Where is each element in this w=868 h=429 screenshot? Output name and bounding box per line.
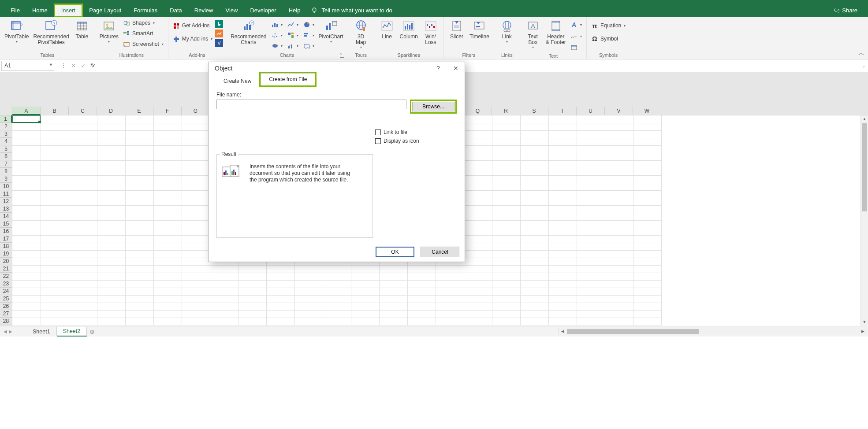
row-header-17[interactable]: 17 [0, 235, 12, 243]
symbol-button[interactable]: ΩSymbol [589, 34, 627, 44]
screenshot-button[interactable]: Screenshot▾ [121, 39, 165, 49]
row-header-15[interactable]: 15 [0, 220, 12, 228]
dialog-help-button[interactable]: ? [429, 65, 447, 72]
wordart-button[interactable]: A▾ [569, 20, 584, 30]
column-header-V[interactable]: V [605, 107, 633, 115]
row-header-12[interactable]: 12 [0, 198, 12, 205]
my-addins-button[interactable]: My Add-ins▾ [171, 34, 214, 44]
expand-formula-bar-button[interactable]: ⌄ [859, 63, 868, 68]
scatter-chart-button[interactable]: ▾ [269, 30, 284, 40]
row-header-2[interactable]: 2 [0, 123, 12, 130]
pivotchart-button[interactable]: PivotChart ▾ [317, 18, 345, 52]
tab-home[interactable]: Home [26, 4, 54, 17]
row-header-1[interactable]: 1 [0, 115, 12, 123]
sparkline-column-button[interactable]: Column [398, 18, 420, 52]
row-header-4[interactable]: 4 [0, 138, 12, 145]
hierarchy-chart-button[interactable]: ▾ [285, 30, 300, 40]
visio-icon[interactable]: V [215, 39, 223, 47]
sheet-tab-sheet2[interactable]: Sheet2 [57, 327, 87, 337]
recommended-charts-button[interactable]: ? Recommended Charts [229, 18, 268, 52]
text-box-button[interactable]: AText Box▾ [523, 18, 543, 52]
scroll-thumb[interactable] [567, 329, 699, 334]
column-header-B[interactable]: B [41, 107, 69, 115]
row-header-22[interactable]: 22 [0, 273, 12, 280]
row-header-26[interactable]: 26 [0, 303, 12, 310]
dialog-close-button[interactable]: ✕ [447, 65, 465, 72]
browse-button[interactable]: Browse... [412, 102, 454, 111]
tab-review[interactable]: Review [188, 4, 220, 17]
column-header-F[interactable]: F [153, 107, 182, 115]
tab-developer[interactable]: Developer [244, 4, 282, 17]
scroll-down-icon[interactable]: ▼ [861, 318, 868, 326]
combo-chart-button[interactable]: ▾ [285, 41, 300, 51]
recommended-pivottables-button[interactable]: ? Recommended PivotTables [31, 18, 71, 52]
row-header-8[interactable]: 8 [0, 168, 12, 175]
column-header-E[interactable]: E [125, 107, 153, 115]
row-header-6[interactable]: 6 [0, 153, 12, 160]
smartart-button[interactable]: SmartArt [121, 29, 165, 38]
row-header-7[interactable]: 7 [0, 160, 12, 168]
sheet-prev-icon[interactable]: ◀ [4, 329, 7, 334]
timeline-button[interactable]: Timeline [468, 18, 491, 52]
ok-button[interactable]: OK [376, 247, 414, 257]
new-sheet-button[interactable]: ⊕ [87, 328, 97, 335]
slicer-button[interactable]: Slicer [447, 18, 467, 52]
dialog-tab-create-from-file[interactable]: Create from File [261, 73, 315, 85]
object-button[interactable] [569, 43, 584, 52]
row-header-3[interactable]: 3 [0, 130, 12, 138]
tab-insert[interactable]: Insert [54, 4, 83, 17]
select-all-corner[interactable] [0, 107, 12, 115]
row-header-21[interactable]: 21 [0, 265, 12, 273]
row-header-20[interactable]: 20 [0, 258, 12, 265]
row-header-10[interactable]: 10 [0, 183, 12, 190]
sheet-tab-sheet1[interactable]: Sheet1 [26, 327, 57, 336]
3d-map-button[interactable]: 3D Map ▾ [351, 18, 371, 52]
enter-formula-icon[interactable]: ✓ [81, 62, 86, 69]
column-header-G[interactable]: G [182, 107, 210, 115]
map-chart-button[interactable]: ▾ [301, 41, 316, 51]
row-header-14[interactable]: 14 [0, 213, 12, 220]
vertical-scrollbar[interactable]: ▲ ▼ [861, 115, 868, 326]
name-box[interactable]: A1 ▼ [1, 61, 54, 71]
row-header-24[interactable]: 24 [0, 288, 12, 295]
column-header-U[interactable]: U [577, 107, 605, 115]
pictures-button[interactable]: Pictures ▾ [98, 18, 120, 52]
people-graph-icon[interactable] [215, 30, 223, 37]
link-button[interactable]: Link▾ [497, 18, 517, 52]
get-addins-button[interactable]: Get Add-ins [171, 21, 214, 30]
bing-icon[interactable] [215, 20, 223, 28]
row-header-11[interactable]: 11 [0, 190, 12, 198]
link-to-file-checkbox[interactable]: Link to file [375, 129, 419, 135]
column-header-Q[interactable]: Q [464, 107, 492, 115]
fx-icon[interactable]: fx [90, 62, 95, 69]
charts-launcher-icon[interactable] [340, 53, 344, 58]
column-header-R[interactable]: R [492, 107, 520, 115]
line-chart-button[interactable]: ▾ [285, 20, 300, 30]
equation-button[interactable]: πEquation▾ [589, 21, 627, 30]
pie3d-chart-button[interactable]: ▾ [269, 41, 284, 51]
sparkline-line-button[interactable]: Line [377, 18, 397, 52]
row-header-5[interactable]: 5 [0, 145, 12, 153]
column-header-T[interactable]: T [548, 107, 577, 115]
row-header-27[interactable]: 27 [0, 310, 12, 318]
scroll-up-icon[interactable]: ▲ [861, 115, 868, 123]
column-header-A[interactable]: A [12, 107, 41, 115]
dialog-titlebar[interactable]: Object ? ✕ [209, 62, 465, 74]
pivottable-button[interactable]: PivotTable ▾ [3, 18, 30, 52]
row-header-18[interactable]: 18 [0, 243, 12, 250]
column-header-W[interactable]: W [633, 107, 661, 115]
cancel-button[interactable]: Cancel [421, 247, 459, 257]
row-header-28[interactable]: 28 [0, 318, 12, 325]
row-header-19[interactable]: 19 [0, 250, 12, 258]
bar-chart-button[interactable]: ▾ [301, 30, 316, 40]
column-chart-button[interactable]: ▾ [269, 20, 284, 30]
tell-me-search[interactable]: Tell me what you want to do [311, 7, 392, 14]
scroll-left-icon[interactable]: ◀ [559, 328, 566, 335]
row-header-25[interactable]: 25 [0, 295, 12, 303]
signature-button[interactable]: ▾ [569, 31, 584, 41]
tab-data[interactable]: Data [164, 4, 188, 17]
shapes-button[interactable]: Shapes▾ [121, 18, 165, 28]
row-header-16[interactable]: 16 [0, 228, 12, 235]
column-header-D[interactable]: D [97, 107, 125, 115]
tab-help[interactable]: Help [283, 4, 307, 17]
